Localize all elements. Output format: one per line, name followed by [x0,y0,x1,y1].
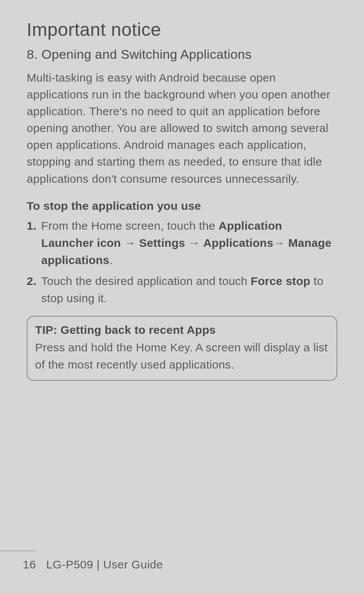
step-text: Touch the desired application and touch [41,275,251,287]
sub-heading: To stop the application you use [27,200,337,212]
arrow-icon: → [185,237,203,249]
arrow-icon: → [273,237,288,249]
step-text: From the Home screen, touch the [41,219,219,232]
step-number: 1. [27,217,37,234]
bold-text: Force stop [251,275,310,287]
tip-body: Press and hold the Home Key. A screen wi… [35,339,329,373]
list-item: 2. Touch the desired application and tou… [27,272,337,307]
section-body: Multi-tasking is easy with Android becau… [27,69,337,187]
page-number: 16 [23,558,36,571]
tip-title: TIP: Getting back to recent Apps [35,324,329,336]
model-name: LG-P509 [46,558,93,571]
page-footer: 16 LG-P509 | User Guide [0,551,364,571]
list-item: 1. From the Home screen, touch the Appli… [27,217,337,269]
doc-name: User Guide [103,558,163,571]
page-title: Important notice [27,19,337,40]
step-text: . [110,254,113,266]
section-heading: 8. Opening and Switching Applications [27,47,337,62]
steps-list: 1. From the Home screen, touch the Appli… [27,217,337,307]
step-number: 2. [27,272,37,290]
separator: | [93,558,103,571]
footer-text: 16 LG-P509 | User Guide [0,558,364,571]
bold-text: Applications [203,237,274,249]
bold-text: Settings [139,237,185,249]
tip-box: TIP: Getting back to recent Apps Press a… [27,316,337,381]
footer-divider [0,551,36,551]
arrow-icon: → [121,237,139,249]
